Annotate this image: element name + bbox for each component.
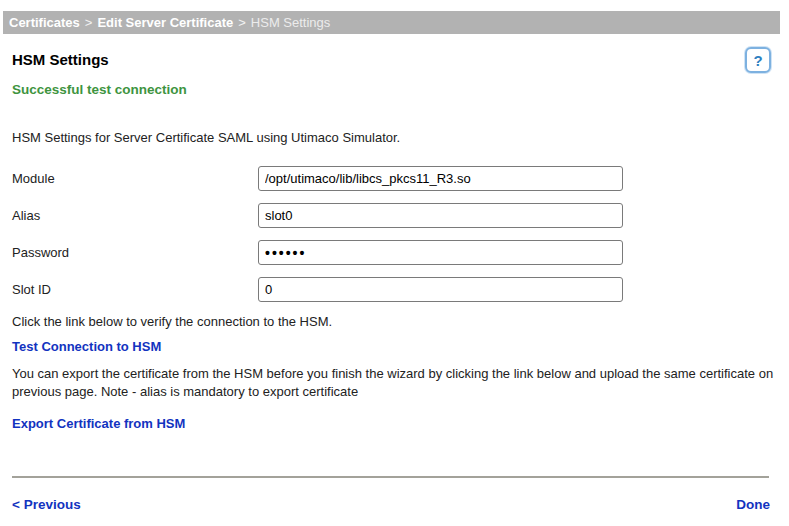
question-mark-icon: ?	[753, 52, 762, 69]
wizard-footer: < Previous Done	[12, 497, 777, 512]
test-connection-link[interactable]: Test Connection to HSM	[12, 339, 161, 354]
hsm-settings-form: Module Alias Password Slot ID	[12, 166, 777, 302]
export-certificate-link[interactable]: Export Certificate from HSM	[12, 416, 185, 431]
footer-divider	[12, 476, 769, 478]
export-paragraph: You can export the certificate from the …	[12, 365, 776, 401]
module-input[interactable]	[258, 166, 623, 191]
password-label: Password	[12, 245, 258, 260]
breadcrumb-item-edit-server-certificate[interactable]: Edit Server Certificate	[97, 15, 233, 30]
main-content: HSM Settings Successful test connection …	[0, 51, 789, 512]
slot-id-label: Slot ID	[12, 282, 258, 297]
done-button[interactable]: Done	[736, 497, 770, 512]
status-message: Successful test connection	[12, 82, 777, 97]
previous-button[interactable]: < Previous	[12, 497, 81, 512]
module-label: Module	[12, 171, 258, 186]
alias-label: Alias	[12, 208, 258, 223]
form-row: Slot ID	[12, 277, 777, 302]
breadcrumb-item-certificates[interactable]: Certificates	[9, 15, 80, 30]
breadcrumb: Certificates > Edit Server Certificate >…	[3, 11, 780, 34]
password-input[interactable]	[258, 240, 623, 265]
breadcrumb-separator: >	[238, 15, 246, 30]
form-row: Module	[12, 166, 777, 191]
help-button[interactable]: ?	[745, 47, 771, 73]
verify-hint: Click the link below to verify the conne…	[12, 314, 777, 329]
breadcrumb-separator: >	[85, 15, 93, 30]
form-row: Alias	[12, 203, 777, 228]
slot-id-input[interactable]	[258, 277, 623, 302]
form-row: Password	[12, 240, 777, 265]
page-description: HSM Settings for Server Certificate SAML…	[12, 130, 777, 145]
breadcrumb-item-hsm-settings: HSM Settings	[251, 15, 330, 30]
alias-input[interactable]	[258, 203, 623, 228]
page-title: HSM Settings	[12, 51, 777, 68]
